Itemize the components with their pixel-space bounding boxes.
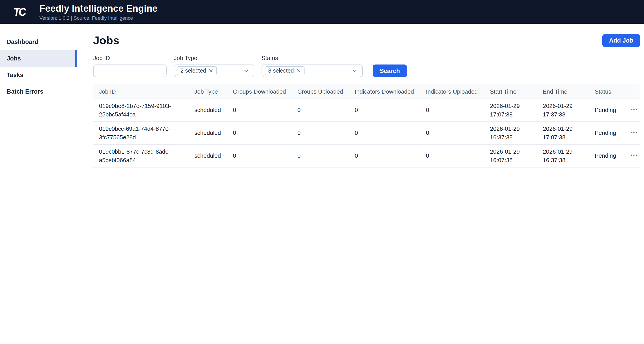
- status-label: Status: [262, 55, 363, 61]
- column-header-actions: [628, 84, 640, 99]
- sidebar-item-label: Batch Errors: [7, 88, 44, 95]
- job-id-cell: 019c0b95-c511-759b-8285-51cc01adf9e5: [93, 167, 188, 172]
- job-id-filter: Job ID: [93, 55, 166, 77]
- job-id-cell: 019c0bcc-69a1-74d4-8770-3fc77565e28d: [93, 122, 188, 144]
- sidebar-item-tasks[interactable]: Tasks: [0, 67, 76, 83]
- indicators-downloaded-cell: 0: [349, 122, 420, 144]
- row-actions-button[interactable]: [628, 104, 639, 115]
- table-header-row: Job ID Job Type Groups Downloaded Groups…: [93, 84, 640, 99]
- search-button[interactable]: Search: [372, 64, 407, 77]
- filters-bar: Job ID Job Type 2 selected: [93, 55, 640, 77]
- header-text: Feedly Intelligence Engine Version: 1.0.…: [40, 3, 158, 20]
- groups-downloaded-cell: 0: [227, 122, 292, 144]
- job-type-cell: scheduled: [188, 122, 227, 144]
- job-type-label: Job Type: [174, 55, 254, 61]
- indicators-uploaded-cell: 0: [420, 122, 484, 144]
- groups-uploaded-cell: 0: [292, 122, 349, 144]
- job-type-cell: scheduled: [188, 167, 227, 172]
- chip-label: 2 selected: [180, 68, 206, 74]
- body-layout: Dashboard Jobs Tasks Batch Errors Jobs A…: [0, 24, 644, 172]
- groups-uploaded-cell: 0: [292, 144, 349, 167]
- indicators-downloaded-cell: 0: [349, 167, 420, 172]
- start-time-cell: 2026-01-29 17:07:38: [484, 99, 537, 122]
- status-cell: Pending: [589, 99, 628, 122]
- column-header-indicators-uploaded: Indicators Uploaded: [420, 84, 484, 99]
- groups-downloaded-cell: 0: [227, 99, 292, 122]
- ellipsis-icon: [630, 151, 638, 160]
- end-time-cell: 2026-01-29 17:37:38: [537, 99, 589, 122]
- end-time-cell: 2026-01-29 16:37:38: [537, 144, 589, 167]
- job-type-cell: scheduled: [188, 144, 227, 167]
- row-actions-button[interactable]: [628, 127, 639, 138]
- groups-uploaded-cell: 0: [292, 167, 349, 172]
- chevron-down-icon: [352, 68, 358, 74]
- start-time-cell: 2026-01-29 16:37:38: [484, 122, 537, 144]
- column-header-start-time: Start Time: [484, 84, 537, 99]
- indicators-downloaded-cell: 0: [349, 144, 420, 167]
- sidebar-item-label: Dashboard: [7, 38, 38, 45]
- sidebar: Dashboard Jobs Tasks Batch Errors: [0, 24, 77, 172]
- actions-cell: [628, 99, 640, 122]
- end-time-cell: 2026-01-29 16:07:38: [537, 167, 589, 172]
- indicators-uploaded-cell: 0: [420, 144, 484, 167]
- sidebar-item-batch-errors[interactable]: Batch Errors: [0, 83, 76, 100]
- threatconnect-logo: TC: [13, 6, 26, 17]
- start-time-cell: 2026-01-29 15:37:38: [484, 167, 537, 172]
- job-type-cell: scheduled: [188, 99, 227, 122]
- status-selected-chip: 8 selected: [265, 66, 304, 75]
- job-id-cell: 019c0bb1-877c-7c8d-8ad0-a5cebf066a84: [93, 144, 188, 167]
- indicators-uploaded-cell: 0: [420, 167, 484, 172]
- sidebar-item-dashboard[interactable]: Dashboard: [0, 34, 76, 50]
- job-type-selected-chip: 2 selected: [177, 66, 217, 75]
- main-content: Jobs Add Job Job ID Job Type 2 selected: [77, 24, 644, 172]
- actions-cell: [628, 122, 640, 144]
- job-id-cell: 019c0be8-2b7e-7159-9103-25bbc5af44ca: [93, 99, 188, 122]
- status-cell: Pending: [589, 122, 628, 144]
- table-row: 019c0b95-c511-759b-8285-51cc01adf9e5 sch…: [93, 167, 640, 172]
- groups-uploaded-cell: 0: [292, 99, 349, 122]
- job-id-label: Job ID: [93, 55, 166, 61]
- job-id-input[interactable]: [93, 64, 166, 77]
- groups-downloaded-cell: 0: [227, 144, 292, 167]
- column-header-job-id: Job ID: [93, 84, 188, 99]
- column-header-indicators-downloaded: Indicators Downloaded: [349, 84, 420, 99]
- status-cell: Pending: [589, 167, 628, 172]
- ellipsis-icon: [630, 105, 638, 114]
- app-header: TC Feedly Intelligence Engine Version: 1…: [0, 0, 644, 24]
- app-subtitle: Version: 1.0.2 | Source: Feedly Intellig…: [40, 15, 158, 20]
- chip-label: 8 selected: [268, 68, 294, 74]
- end-time-cell: 2026-01-29 17:07:38: [537, 122, 589, 144]
- table-row: 019c0be8-2b7e-7159-9103-25bbc5af44ca sch…: [93, 99, 640, 122]
- column-header-groups-downloaded: Groups Downloaded: [227, 84, 292, 99]
- status-select[interactable]: 8 selected: [262, 64, 363, 77]
- job-type-filter: Job Type 2 selected: [174, 55, 254, 77]
- table-row: 019c0bcc-69a1-74d4-8770-3fc77565e28d sch…: [93, 122, 640, 144]
- ellipsis-icon: [630, 128, 638, 136]
- column-header-groups-uploaded: Groups Uploaded: [292, 84, 349, 99]
- chevron-down-icon: [243, 68, 250, 74]
- title-row: Jobs Add Job: [93, 33, 640, 48]
- indicators-uploaded-cell: 0: [420, 99, 484, 122]
- actions-cell: [628, 144, 640, 167]
- sidebar-item-jobs[interactable]: Jobs: [0, 50, 76, 67]
- app-root: TC Feedly Intelligence Engine Version: 1…: [0, 0, 644, 172]
- row-actions-button[interactable]: [628, 150, 639, 160]
- table-row: 019c0bb1-877c-7c8d-8ad0-a5cebf066a84 sch…: [93, 144, 640, 167]
- start-time-cell: 2026-01-29 16:07:38: [484, 144, 537, 167]
- add-job-button[interactable]: Add Job: [602, 34, 640, 47]
- groups-downloaded-cell: 0: [227, 167, 292, 172]
- status-filter: Status 8 selected: [262, 55, 363, 77]
- job-type-select[interactable]: 2 selected: [174, 64, 254, 77]
- status-cell: Pending: [589, 144, 628, 167]
- column-header-status: Status: [589, 84, 628, 99]
- column-header-job-type: Job Type: [188, 84, 227, 99]
- close-icon[interactable]: [296, 68, 301, 73]
- app-title: Feedly Intelligence Engine: [40, 3, 158, 14]
- page-title: Jobs: [93, 34, 119, 47]
- indicators-downloaded-cell: 0: [349, 99, 420, 122]
- close-icon[interactable]: [209, 68, 213, 73]
- sidebar-item-label: Jobs: [7, 55, 21, 62]
- actions-cell: [628, 167, 640, 172]
- column-header-end-time: End Time: [537, 84, 589, 99]
- jobs-table: Job ID Job Type Groups Downloaded Groups…: [93, 84, 640, 172]
